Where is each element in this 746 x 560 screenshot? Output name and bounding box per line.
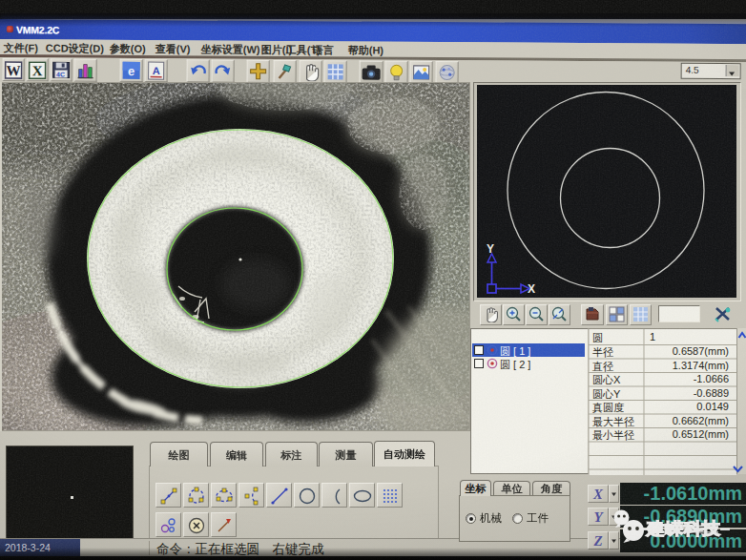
svg-text:X: X <box>32 63 43 78</box>
svg-text:A: A <box>153 65 160 76</box>
svg-text:X: X <box>528 282 535 296</box>
svg-text:4C: 4C <box>56 71 65 77</box>
svg-text:e: e <box>128 64 135 78</box>
svg-text:建嵘科技: 建嵘科技 <box>645 519 721 538</box>
svg-text:Y: Y <box>487 242 494 256</box>
svg-text:W: W <box>7 63 21 78</box>
